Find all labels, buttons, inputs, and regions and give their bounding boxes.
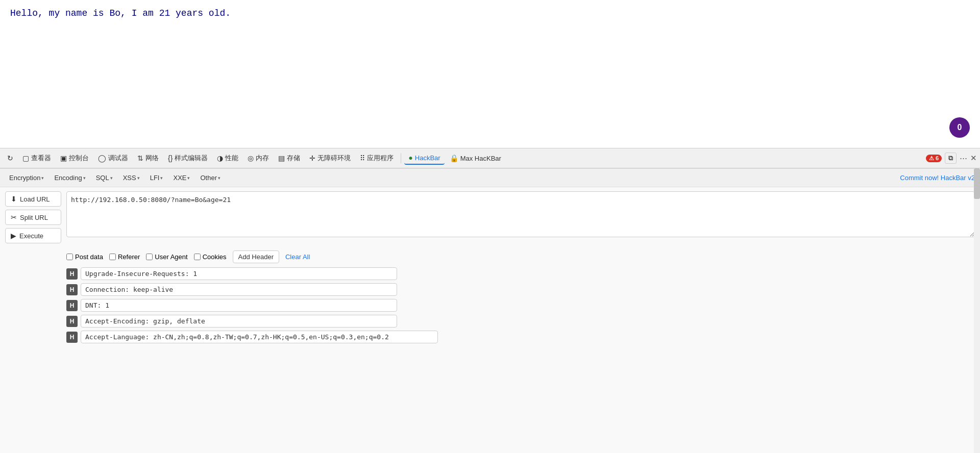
error-badge[interactable]: ⚠ 6	[926, 155, 942, 162]
clear-all-link[interactable]: Clear All	[285, 253, 310, 261]
scrollbar[interactable]	[974, 168, 980, 453]
other-label: Other	[200, 174, 217, 182]
user-agent-label: User Agent	[155, 253, 187, 261]
load-url-icon: ⬇	[11, 195, 17, 203]
hackbar-menu: Encryption ▾ Encoding ▾ SQL ▾ XSS ▾ LFI …	[0, 169, 980, 187]
header-row: H	[66, 315, 975, 328]
devtools-tab-hackbar[interactable]: ● HackBar	[404, 152, 444, 165]
lfi-label: LFI	[150, 174, 160, 182]
encoding-label: Encoding	[54, 174, 82, 182]
header-input-5[interactable]	[81, 331, 438, 343]
error-count: ⚠	[929, 155, 934, 161]
execute-icon: ▶	[11, 232, 16, 240]
devtools-tab-debugger[interactable]: ◯ 调试器	[94, 152, 132, 165]
xss-label: XSS	[123, 174, 136, 182]
menu-encryption[interactable]: Encryption ▾	[5, 172, 48, 184]
header-h-badge[interactable]: H	[66, 332, 78, 343]
page-text: Hello, my name is Bo, I am 21 years old.	[10, 8, 231, 18]
user-agent-checkbox[interactable]	[146, 254, 153, 260]
devtools-close-button[interactable]: ✕	[970, 154, 977, 163]
header-h-badge[interactable]: H	[66, 284, 78, 295]
devtools-tab-application[interactable]: ⠿ 应用程序	[356, 152, 398, 165]
cookies-checkbox-label[interactable]: Cookies	[194, 253, 227, 261]
hackbar-icon: ●	[408, 154, 412, 162]
devtools-tab-inspector[interactable]: ▢ 查看器	[18, 152, 55, 165]
network-label: 网络	[145, 154, 159, 163]
inspector-icon: ▢	[22, 154, 29, 162]
url-input[interactable]: http://192.168.0.50:8080/?name=Bo&age=21	[66, 191, 975, 237]
header-input-1[interactable]	[81, 267, 397, 280]
scrollbar-thumb[interactable]	[974, 168, 980, 199]
load-url-label: Load URL	[20, 195, 50, 203]
cookies-label: Cookies	[203, 253, 227, 261]
performance-icon: ◑	[217, 154, 223, 162]
reload-icon: ↻	[7, 154, 13, 162]
devtools-tab-memory[interactable]: ◎ 内存	[243, 152, 273, 165]
devtools-tab-performance[interactable]: ◑ 性能	[213, 152, 242, 165]
separator	[401, 153, 401, 163]
devtools-tab-accessibility[interactable]: ✛ 无障碍环境	[305, 152, 355, 165]
hackbar-buttons: ⬇ Load URL ✂ Split URL ▶ Execute	[5, 191, 61, 243]
application-label: 应用程序	[367, 154, 394, 163]
commit-label: Commit now! HackBar v2	[900, 174, 975, 182]
encryption-label: Encryption	[9, 174, 40, 182]
menu-xxe[interactable]: XXE ▾	[169, 172, 194, 184]
menu-lfi[interactable]: LFI ▾	[146, 172, 167, 184]
debugger-icon: ◯	[98, 154, 106, 162]
header-row: H	[66, 331, 975, 343]
header-input-3[interactable]	[81, 299, 397, 312]
menu-sql[interactable]: SQL ▾	[92, 172, 117, 184]
split-url-button[interactable]: ✂ Split URL	[5, 210, 61, 225]
header-h-badge[interactable]: H	[66, 300, 78, 311]
post-data-checkbox[interactable]	[66, 254, 73, 260]
devtools-tab-storage[interactable]: ▤ 存储	[274, 152, 304, 165]
header-h-badge[interactable]: H	[66, 268, 78, 280]
menu-xss[interactable]: XSS ▾	[119, 172, 144, 184]
execute-label: Execute	[19, 232, 43, 240]
clear-all-label: Clear All	[285, 253, 310, 261]
storage-label: 存储	[287, 154, 300, 163]
devtools-toolbar: ↻ ▢ 查看器 ▣ 控制台 ◯ 调试器 ⇅ 网络 {} 样式编辑器 ◑ 性能 ◎…	[0, 148, 980, 168]
load-url-button[interactable]: ⬇ Load URL	[5, 191, 61, 207]
menu-other[interactable]: Other ▾	[196, 172, 225, 184]
error-count-value: 6	[936, 155, 939, 161]
sql-label: SQL	[96, 174, 109, 182]
devtools-tab-network[interactable]: ⇅ 网络	[133, 152, 163, 165]
devtools-tab-console[interactable]: ▣ 控制台	[56, 152, 93, 165]
devtools-copy-button[interactable]: ⧉	[945, 153, 957, 164]
notification-badge[interactable]: 0	[949, 117, 970, 138]
execute-button[interactable]: ▶ Execute	[5, 228, 61, 243]
menu-encoding[interactable]: Encoding ▾	[50, 172, 89, 184]
devtools-tab-maxhackbar[interactable]: 🔒 Max HacKBar	[446, 152, 505, 164]
memory-label: 内存	[256, 154, 269, 163]
performance-label: 性能	[225, 154, 238, 163]
badge-count: 0	[958, 123, 962, 132]
header-input-2[interactable]	[81, 283, 397, 296]
hackbar-body: ⬇ Load URL ✂ Split URL ▶ Execute http://…	[0, 187, 980, 247]
encryption-arrow: ▾	[41, 175, 44, 181]
header-row: H	[66, 283, 975, 296]
devtools-more-button[interactable]: ⋯	[960, 154, 967, 163]
other-arrow: ▾	[218, 175, 220, 181]
user-agent-checkbox-label[interactable]: User Agent	[146, 253, 187, 261]
header-input-4[interactable]	[81, 315, 397, 328]
commit-text: Commit now! HackBar v2	[900, 174, 975, 182]
accessibility-icon: ✛	[309, 154, 315, 162]
split-url-label: Split URL	[20, 214, 48, 221]
post-data-label: Post data	[75, 253, 103, 261]
page-content: Hello, my name is Bo, I am 21 years old.	[0, 0, 980, 148]
post-data-checkbox-label[interactable]: Post data	[66, 253, 103, 261]
referer-checkbox[interactable]	[109, 254, 116, 260]
console-icon: ▣	[60, 154, 67, 162]
cookies-checkbox[interactable]	[194, 254, 201, 260]
application-icon: ⠿	[360, 154, 365, 162]
maxhackbar-label: Max HacKBar	[460, 155, 501, 162]
devtools-tab-style[interactable]: {} 样式编辑器	[164, 152, 212, 165]
header-h-badge[interactable]: H	[66, 316, 78, 327]
referer-label: Referer	[118, 253, 140, 261]
add-header-button[interactable]: Add Header	[233, 250, 279, 263]
hackbar-label: HackBar	[415, 154, 440, 162]
add-header-label: Add Header	[238, 253, 274, 261]
referer-checkbox-label[interactable]: Referer	[109, 253, 140, 261]
devtools-tab-reload[interactable]: ↻	[3, 152, 17, 164]
